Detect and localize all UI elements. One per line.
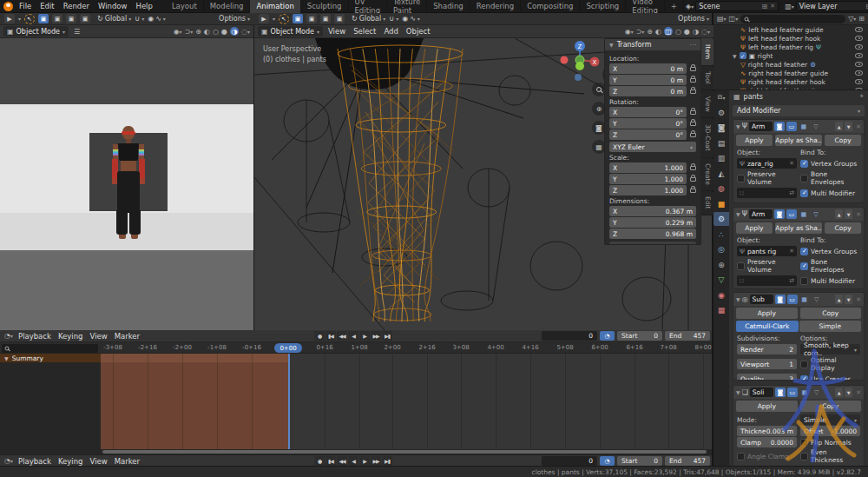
expand-icon[interactable]: ▼ <box>736 389 740 395</box>
vertex-group-field[interactable]: ∷⇄ <box>737 188 797 198</box>
clamp-field[interactable]: Clamp0.0000 <box>737 437 797 447</box>
object-field[interactable]: Ψzara_rig✕ <box>737 158 797 169</box>
toggle-cage-icon[interactable]: ▽ <box>811 209 821 219</box>
multi-modifier-checkbox[interactable]: Multi Modifier <box>800 189 860 197</box>
vertex-group-field[interactable]: ∷⇄ <box>737 275 797 286</box>
apply-button[interactable]: Apply <box>736 308 798 319</box>
play-reverse-button[interactable]: ◀ <box>348 456 358 466</box>
new-scene-icon[interactable]: ⊞ <box>762 3 768 10</box>
location-y-field[interactable]: Y0 m <box>609 75 687 85</box>
record-button[interactable]: ● <box>314 456 325 466</box>
menu-view[interactable]: View <box>328 27 345 36</box>
outliner-row[interactable]: ▽right head feather⚙ <box>713 60 868 69</box>
tab-shading[interactable]: Shading <box>427 0 470 13</box>
scale-x-field[interactable]: X1.000 <box>609 162 687 173</box>
properties-tab-material[interactable]: ◉ <box>713 288 729 302</box>
filter-icon[interactable]: ▽▾ <box>848 15 856 23</box>
properties-tab-constraints[interactable]: ⊛ <box>713 258 729 272</box>
timeline-ruler[interactable]: 0+00 -3+08-2+16-2+00-1+08-0+160+161+082+… <box>0 342 713 354</box>
dope-sheet-keys-area[interactable]: ▼ Summary <box>0 354 713 449</box>
visibility-eye-icon[interactable] <box>855 53 863 58</box>
auto-keyframe-icon[interactable]: ◔ <box>600 331 615 341</box>
next-keyframe-button[interactable]: ▶▶ <box>371 456 381 466</box>
dimensions-y-field[interactable]: Y0.229 m <box>609 217 696 228</box>
properties-tab-object[interactable]: ■ <box>713 197 729 211</box>
pivot-point-icon[interactable]: ◉▾ <box>625 28 634 36</box>
proportional-edit-dropdown[interactable]: ◉∿▾ <box>402 15 420 23</box>
simple-button[interactable]: Simple <box>799 321 862 332</box>
menu-object[interactable]: Object <box>406 27 431 36</box>
properties-tab-object-data[interactable]: ▽ <box>713 273 729 287</box>
viewport-menus-collapsed-icon[interactable]: ☰ <box>74 28 80 36</box>
bone-envelopes-checkbox[interactable]: Bone Envelopes <box>800 170 860 186</box>
move-up-icon[interactable]: ▲ <box>835 122 843 131</box>
xray-icon[interactable]: ◫ <box>664 27 673 36</box>
toggle-render-icon[interactable]: ◙ <box>774 122 785 131</box>
menu-marker[interactable]: Marker <box>115 457 140 466</box>
properties-panel-collapsed[interactable]: ▶ Properties ⋯ <box>609 242 696 245</box>
npanel-tab-tool[interactable]: Tool <box>701 66 713 90</box>
rotation-y-field[interactable]: Y0° <box>609 118 687 129</box>
vertex-groups-checkbox[interactable]: Vertex Groups <box>800 248 860 255</box>
catmull-clark-button[interactable]: Catmull-Clark <box>736 321 799 332</box>
select-box-icon[interactable]: ▣ <box>293 14 303 23</box>
playhead[interactable] <box>288 354 290 449</box>
scale-z-field[interactable]: Z1.000 <box>609 185 687 195</box>
lock-icon[interactable] <box>690 133 696 137</box>
panel-options-icon[interactable]: ⋯ <box>689 41 696 49</box>
record-button[interactable]: ● <box>314 331 325 341</box>
modifier-header[interactable]: ▼ ❏ Soli ◙ ▭ ▦ ▽ ▲ ▼ ✕ <box>733 386 864 399</box>
select-extend-icon[interactable]: ▣ <box>306 14 317 23</box>
npanel-tab-3d-coat[interactable]: 3D-Coat <box>701 118 713 158</box>
properties-tab-physics[interactable]: ◎ <box>713 242 729 256</box>
tab-rendering[interactable]: Rendering <box>470 0 521 13</box>
multi-modifier-checkbox[interactable]: Multi Modifier <box>800 277 860 285</box>
bone-envelopes-checkbox[interactable]: Bone Envelopes <box>800 258 860 274</box>
toggle-editmode-icon[interactable]: ▦ <box>799 295 810 304</box>
visibility-eye-icon[interactable] <box>855 44 863 50</box>
outliner-row[interactable]: Ψright head feather hook <box>713 77 868 86</box>
expand-icon[interactable]: ▼ <box>736 296 740 302</box>
angle-clamp-checkbox[interactable]: Angle Clamp <box>737 453 797 460</box>
copy-button[interactable]: Copy <box>825 135 861 146</box>
toggle-render-icon[interactable]: ◙ <box>775 388 786 397</box>
location-x-field[interactable]: X0 m <box>609 63 687 74</box>
apply-as-shapekey-button[interactable]: Apply as Sha.. <box>775 135 822 146</box>
move-up-icon[interactable]: ▲ <box>835 209 843 219</box>
uv-smooth-dropdown[interactable]: Smooth, keep corn..▾ <box>800 344 860 354</box>
editor-type-icon[interactable]: ⊟▾ <box>713 90 729 104</box>
shading-solid-icon[interactable]: ● <box>221 28 227 36</box>
apply-button[interactable]: Apply <box>736 401 798 412</box>
tab-uv-editing[interactable]: UV Editing <box>349 0 388 13</box>
visibility-eye-icon[interactable] <box>855 62 863 67</box>
channel-panel[interactable] <box>0 354 101 449</box>
apply-button[interactable]: Apply <box>736 135 773 146</box>
visibility-eye-icon[interactable] <box>855 36 863 41</box>
jump-end-button[interactable]: ▶▮ <box>382 456 392 466</box>
outliner-search-input[interactable] <box>740 15 845 23</box>
shading-material-icon[interactable]: ◑ <box>230 27 239 36</box>
lock-icon[interactable] <box>690 89 696 94</box>
mode-dropdown[interactable]: ▣Object Mode▾ <box>3 26 69 36</box>
rotation-x-field[interactable]: X0° <box>609 107 687 117</box>
modifier-name-field[interactable]: Arm <box>749 122 773 131</box>
menu-keying[interactable]: Keying <box>58 332 83 341</box>
camera-view-content[interactable] <box>0 38 254 330</box>
properties-tab-world[interactable]: ◍ <box>713 182 729 195</box>
view-layer-browse-icon[interactable]: ▥▾ <box>785 3 794 10</box>
toggle-cage-icon[interactable]: ▽ <box>812 295 822 304</box>
jump-start-button[interactable]: ▮◀ <box>326 331 336 341</box>
lock-icon[interactable] <box>690 177 696 182</box>
snap-icon[interactable]: ⊃▾ <box>636 28 645 36</box>
cursor-tool-icon[interactable]: ↖ <box>24 14 35 24</box>
viewport-3d[interactable]: ▣Object Mode▾ ViewSelectAddObject ◉▾ ⊃▾ … <box>254 25 713 330</box>
expand-icon[interactable]: ▼ <box>736 211 740 217</box>
shading-rendered-icon[interactable]: ◌▾ <box>701 28 710 36</box>
axis-gizmo[interactable]: Z X <box>560 39 600 81</box>
modifier-header[interactable]: ▼ Ψ Arm ◙ ▭ ▦ ▽ ▲ ▼ ✕ <box>733 208 864 221</box>
frame-end-field[interactable]: End457 <box>665 456 710 466</box>
show-gizmo-icon[interactable]: ⊕ <box>195 28 201 36</box>
lock-icon[interactable] <box>690 189 696 193</box>
show-gizmo-icon[interactable]: ⊕ <box>647 28 653 36</box>
active-tool-icon[interactable]: ▶ <box>259 14 269 23</box>
